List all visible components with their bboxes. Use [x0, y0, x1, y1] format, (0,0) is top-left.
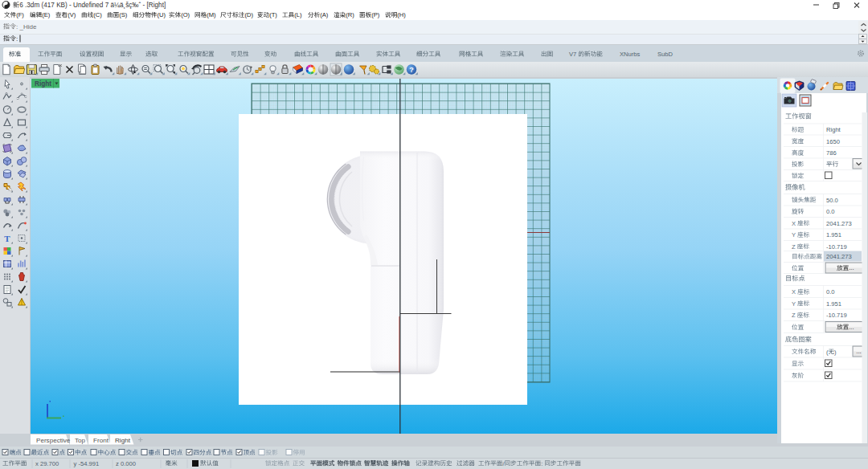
svg-text::: : — [541, 460, 542, 467]
svg-text:1.951: 1.951 — [826, 231, 841, 239]
svg-text:(C): (C) — [93, 11, 102, 18]
svg-text:(E): (E) — [42, 11, 51, 18]
svg-text:y -54.991: y -54.991 — [74, 460, 100, 467]
svg-text:Y: Y — [792, 231, 796, 239]
svg-text:786: 786 — [826, 149, 837, 157]
svg-text:1650: 1650 — [826, 138, 840, 145]
svg-text:(O): (O) — [181, 11, 190, 18]
svg-text:Right: Right — [35, 80, 51, 88]
svg-text:(U): (U) — [157, 11, 166, 18]
svg-text:(: ( — [826, 349, 829, 356]
svg-text:SubD: SubD — [657, 51, 674, 58]
svg-text:Right: Right — [115, 437, 131, 444]
svg-text:(M): (M) — [207, 11, 216, 18]
svg-text:Z: Z — [792, 243, 796, 251]
svg-text:XNurbs: XNurbs — [620, 51, 641, 58]
svg-text:?: ? — [409, 66, 414, 74]
svg-text:(F): (F) — [16, 11, 24, 18]
svg-text:2041.273: 2041.273 — [826, 220, 852, 227]
svg-text::: : — [16, 35, 18, 43]
svg-text:: _Hide: : _Hide — [16, 23, 37, 31]
svg-text:Top: Top — [75, 437, 86, 444]
svg-text:(A): (A) — [320, 11, 329, 18]
svg-text:0.0: 0.0 — [826, 288, 835, 296]
svg-text:-10.719: -10.719 — [826, 243, 847, 251]
svg-text:0.0: 0.0 — [826, 208, 835, 215]
svg-text:6 .3dm (417 KB) - Undefined 7: 6 .3dm (417 KB) - Undefined 7 ä¼ä¸šç‰ˆ -… — [19, 2, 166, 9]
svg-text:x 29.700: x 29.700 — [35, 460, 59, 467]
svg-text:T: T — [4, 234, 10, 243]
svg-text:(D): (D) — [244, 11, 253, 18]
svg-text:Perspective: Perspective — [36, 437, 71, 444]
svg-text:(R): (R) — [346, 11, 354, 18]
svg-text:z 0.000: z 0.000 — [116, 460, 136, 467]
svg-text:X: X — [792, 288, 796, 296]
svg-text:V7: V7 — [569, 51, 576, 58]
svg-text:(V): (V) — [68, 11, 76, 18]
svg-text:-10.719: -10.719 — [826, 312, 847, 319]
svg-text:50.0: 50.0 — [826, 197, 838, 204]
svg-text:(P): (P) — [371, 11, 380, 18]
svg-text:(T): (T) — [269, 11, 277, 18]
svg-text:1.951: 1.951 — [826, 300, 841, 308]
svg-text:Front: Front — [93, 437, 109, 444]
svg-text:(H): (H) — [397, 11, 406, 18]
svg-text:2041.273: 2041.273 — [826, 253, 852, 260]
svg-text:): ) — [834, 349, 837, 356]
svg-text:/: / — [502, 460, 505, 467]
svg-text:Y: Y — [792, 300, 796, 308]
svg-text:Z: Z — [792, 312, 796, 319]
svg-text:...: ... — [849, 324, 854, 331]
svg-text:...: ... — [849, 264, 854, 271]
svg-text:(L): (L) — [294, 11, 302, 18]
svg-text:...: ... — [856, 348, 862, 355]
svg-text:X: X — [792, 220, 796, 227]
svg-text:Right: Right — [826, 126, 841, 133]
svg-text:(S): (S) — [119, 11, 128, 18]
